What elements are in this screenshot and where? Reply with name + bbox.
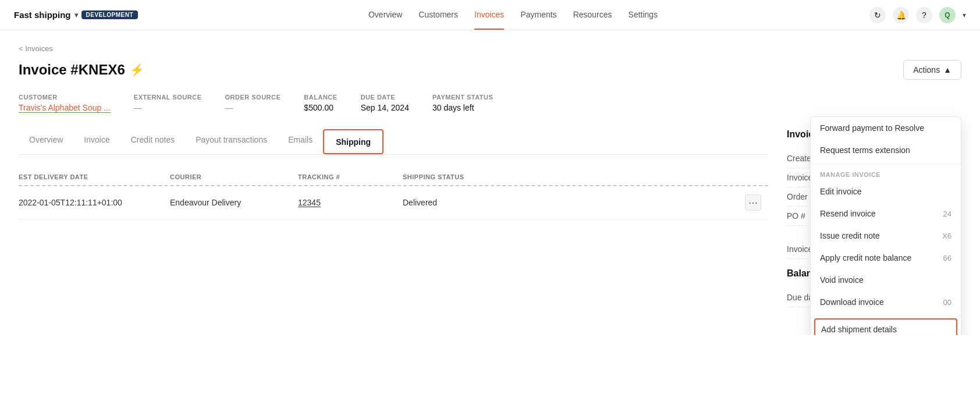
brand[interactable]: Fast shipping ▾ DEVELOPMENT — [14, 10, 138, 20]
tabs: Overview Invoice Credit notes Payout tra… — [19, 129, 768, 155]
meta-payment-label: PAYMENT STATUS — [432, 94, 493, 101]
dropdown-request-terms[interactable]: Request terms extension — [811, 139, 961, 161]
cell-est-delivery: 2022-01-05T12:11:11+01:00 — [19, 198, 170, 207]
dropdown-download-label: Download invoice — [820, 297, 884, 307]
user-dropdown-arrow[interactable]: ▾ — [963, 11, 966, 19]
nav-payments[interactable]: Payments — [520, 1, 556, 30]
dropdown-issue-label: Issue credit note — [820, 231, 880, 240]
main-content: Overview Invoice Credit notes Payout tra… — [19, 129, 768, 321]
dropdown-void-label: Void invoice — [820, 275, 864, 285]
dropdown-forward-payment[interactable]: Forward payment to Resolve — [811, 117, 961, 139]
dropdown-download-val: 00 — [943, 298, 951, 307]
dropdown-apply-credit[interactable]: Apply credit note balance 66 — [811, 247, 961, 269]
meta-order-label: ORDER SOURCE — [225, 94, 281, 101]
lightning-icon: ⚡ — [130, 63, 144, 77]
nav-settings[interactable]: Settings — [629, 1, 658, 30]
dropdown-divider-2 — [811, 315, 961, 316]
meta-external-label: EXTERNAL SOURCE — [134, 94, 202, 101]
tab-emails[interactable]: Emails — [278, 129, 323, 155]
dropdown-edit-invoice[interactable]: Edit invoice — [811, 180, 961, 203]
cell-courier: Endeavour Delivery — [170, 198, 298, 207]
col-tracking: TRACKING # — [298, 173, 403, 180]
tab-invoice[interactable]: Invoice — [73, 129, 120, 155]
notification-icon[interactable]: 🔔 — [893, 7, 909, 23]
dev-badge: DEVELOPMENT — [81, 10, 139, 19]
meta-external-source: EXTERNAL SOURCE — — [134, 94, 202, 112]
title-row: Invoice #KNEX6 ⚡ Actions ▲ — [19, 60, 961, 80]
dropdown-resend-val: 24 — [943, 210, 951, 218]
dropdown-manage-label: MANAGE INVOICE — [811, 166, 961, 180]
dropdown-apply-label: Apply credit note balance — [820, 253, 911, 262]
meta-customer-label: CUSTOMER — [19, 94, 111, 101]
row-more-button[interactable]: ⋯ — [745, 194, 761, 211]
actions-label: Actions — [913, 65, 940, 74]
dropdown-void-invoice[interactable]: Void invoice — [811, 269, 961, 291]
meta-customer: CUSTOMER Travis's Alphabet Soup ... — [19, 94, 111, 113]
brand-dropdown-arrow[interactable]: ▾ — [74, 11, 78, 19]
dropdown-download-invoice[interactable]: Download invoice 00 — [811, 291, 961, 313]
breadcrumb[interactable]: < Invoices — [19, 44, 961, 53]
cell-shipping-status: Delivered — [403, 198, 745, 207]
page-title: Invoice #KNEX6 ⚡ — [19, 62, 144, 78]
meta-balance: BALANCE $500.00 — [304, 94, 337, 112]
cell-more: ⋯ — [745, 194, 768, 211]
table-row: 2022-01-05T12:11:11+01:00 Endeavour Deli… — [19, 186, 768, 219]
dropdown-apply-val: 66 — [943, 254, 951, 262]
meta-row: CUSTOMER Travis's Alphabet Soup ... EXTE… — [19, 94, 961, 113]
meta-payment-status: PAYMENT STATUS 30 days left — [432, 94, 493, 112]
table-header: EST DELIVERY DATE COURIER TRACKING # SHI… — [19, 169, 768, 186]
refresh-icon[interactable]: ↻ — [869, 7, 886, 23]
dropdown-resend-invoice[interactable]: Resend invoice 24 — [811, 203, 961, 225]
tab-overview[interactable]: Overview — [19, 129, 73, 155]
nav-resources[interactable]: Resources — [573, 1, 612, 30]
col-courier: COURIER — [170, 173, 298, 180]
tab-shipping-wrapper: Shipping — [323, 129, 384, 154]
tab-shipping[interactable]: Shipping — [325, 132, 381, 152]
nav-links: Overview Customers Invoices Payments Res… — [157, 1, 869, 30]
meta-payment-value: 30 days left — [432, 103, 493, 112]
actions-dropdown-menu: Forward payment to Resolve Request terms… — [810, 116, 961, 335]
meta-order-source: ORDER SOURCE — — [225, 94, 281, 112]
col-shipping-status: SHIPPING STATUS — [403, 173, 745, 180]
meta-balance-value: $500.00 — [304, 103, 337, 112]
top-nav: Fast shipping ▾ DEVELOPMENT Overview Cus… — [0, 0, 980, 30]
dropdown-resend-label: Resend invoice — [820, 209, 876, 218]
meta-due-date: DUE DATE Sep 14, 2024 — [361, 94, 409, 112]
meta-order-value: — — [225, 103, 281, 112]
actions-button[interactable]: Actions ▲ — [903, 60, 961, 80]
nav-overview[interactable]: Overview — [368, 1, 402, 30]
invoice-title-text: Invoice #KNEX6 — [19, 62, 125, 78]
detail-po-label: PO # — [787, 211, 805, 221]
dropdown-issue-val: X6 — [942, 232, 951, 240]
dropdown-add-shipment[interactable]: Add shipment details — [814, 318, 957, 335]
nav-invoices[interactable]: Invoices — [474, 1, 504, 30]
avatar[interactable]: Q — [939, 7, 956, 23]
tab-credit-notes[interactable]: Credit notes — [120, 129, 185, 155]
tracking-link[interactable]: 12345 — [298, 198, 321, 207]
meta-external-value: — — [134, 103, 202, 112]
nav-customers[interactable]: Customers — [418, 1, 458, 30]
dropdown-issue-credit[interactable]: Issue credit note X6 — [811, 225, 961, 247]
actions-chevron-up-icon: ▲ — [943, 65, 951, 74]
nav-right: ↻ 🔔 ? Q ▾ — [869, 7, 966, 23]
dropdown-divider-1 — [811, 164, 961, 164]
brand-name: Fast shipping — [14, 10, 71, 20]
col-est-delivery: EST DELIVERY DATE — [19, 173, 170, 180]
tab-payout-transactions[interactable]: Payout transactions — [185, 129, 278, 155]
meta-customer-value[interactable]: Travis's Alphabet Soup ... — [19, 103, 111, 113]
dropdown-edit-label: Edit invoice — [820, 187, 862, 196]
cell-tracking: 12345 — [298, 198, 403, 207]
meta-balance-label: BALANCE — [304, 94, 337, 101]
meta-due-value: Sep 14, 2024 — [361, 103, 409, 112]
page-content: < Invoices Invoice #KNEX6 ⚡ Actions ▲ CU… — [0, 30, 980, 335]
meta-due-label: DUE DATE — [361, 94, 409, 101]
help-icon[interactable]: ? — [916, 7, 932, 23]
